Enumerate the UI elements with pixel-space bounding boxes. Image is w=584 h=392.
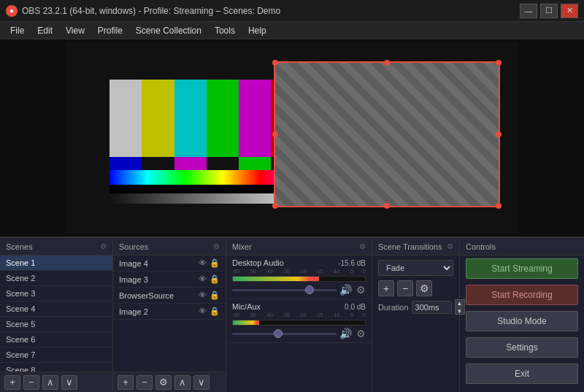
maximize-button[interactable]: ☐: [540, 4, 558, 18]
track-header: Desktop Audio -15.6 dB: [232, 258, 366, 267]
scene-item[interactable]: Scene 7: [0, 347, 112, 363]
transitions-panel-header: Scene Transitions ⚙: [372, 238, 459, 255]
resize-handle-tr[interactable]: [496, 60, 502, 66]
source-item[interactable]: Image 2 👁 🔒: [113, 304, 226, 320]
bot-bar-3: [174, 157, 207, 170]
bot-bar-2: [142, 157, 174, 170]
start-streaming-button[interactable]: Start Streaming: [466, 258, 578, 279]
resize-handle-br[interactable]: [496, 203, 502, 209]
bot-bar-4: [207, 157, 239, 170]
scenes-label: Scenes: [6, 242, 33, 251]
source-lock-icon[interactable]: 🔒: [210, 258, 220, 268]
menu-tools[interactable]: Tools: [209, 24, 241, 37]
source-icons: 👁 🔒: [199, 307, 220, 316]
studio-mode-button[interactable]: Studio Mode: [466, 311, 578, 331]
source-icons: 👁 🔒: [199, 291, 220, 300]
source-item[interactable]: Image 3 👁 🔒: [113, 272, 226, 288]
resize-handle-mr[interactable]: [496, 131, 502, 137]
minimize-button[interactable]: —: [520, 4, 537, 18]
resize-handle-bm[interactable]: [384, 203, 390, 209]
source-lock-icon[interactable]: 🔒: [210, 307, 220, 316]
fader-thumb[interactable]: [274, 329, 283, 338]
sources-remove-button[interactable]: −: [137, 375, 153, 390]
scenes-remove-button[interactable]: −: [23, 375, 39, 390]
fader[interactable]: [232, 333, 337, 335]
track-name: Mic/Aux: [232, 302, 261, 311]
bar-2: [142, 80, 174, 157]
transition-remove-button[interactable]: −: [397, 280, 413, 296]
fader-thumb[interactable]: [305, 285, 314, 294]
scene-item[interactable]: Scene 5: [0, 317, 112, 332]
sources-settings-button[interactable]: ⚙: [155, 375, 172, 390]
bar-3: [174, 80, 207, 157]
title-bar: ● OBS 23.2.1 (64-bit, windows) - Profile…: [0, 0, 584, 22]
scenes-panel-header: Scenes ⚙: [0, 238, 112, 255]
mixer-panel-header: Mixer ⚙: [226, 238, 372, 255]
source-item[interactable]: Image 4 👁 🔒: [113, 255, 226, 272]
source-eye-icon[interactable]: 👁: [199, 274, 207, 284]
scene-item[interactable]: Scene 6: [0, 332, 112, 347]
source-lock-icon[interactable]: 🔒: [210, 291, 220, 300]
source-eye-icon[interactable]: 👁: [199, 258, 207, 268]
scene-item[interactable]: Scene 3: [0, 286, 112, 301]
sources-panel-header: Sources ⚙: [113, 238, 226, 255]
mute-icon[interactable]: 🔊: [339, 284, 352, 296]
source-item[interactable]: BrowserSource 👁 🔒: [113, 288, 226, 304]
menu-help[interactable]: Help: [242, 24, 272, 37]
mixer-config-icon[interactable]: ⚙: [359, 242, 366, 250]
menu-profile[interactable]: Profile: [92, 24, 128, 37]
desktop-audio-track: Desktop Audio -15.6 dB -60-50-40-30-20-1…: [226, 255, 372, 299]
sources-add-button[interactable]: +: [118, 375, 134, 390]
source-eye-icon[interactable]: 👁: [199, 291, 207, 300]
window-controls[interactable]: — ☐ ✕: [520, 4, 578, 18]
meter-scale: -60-50-40-30-20-15-10-50: [232, 312, 366, 318]
settings-button[interactable]: Settings: [466, 337, 578, 358]
track-db: 0.0 dB: [345, 303, 366, 311]
scene-item[interactable]: Scene 2: [0, 271, 112, 286]
preview-canvas: [66, 43, 518, 233]
mixer-icons: 🔊 ⚙: [339, 284, 366, 296]
start-recording-button[interactable]: Start Recording: [466, 285, 578, 305]
scenes-add-button[interactable]: +: [4, 375, 20, 390]
transitions-config-icon[interactable]: ⚙: [447, 242, 453, 250]
mixer-icons: 🔊 ⚙: [339, 328, 366, 339]
scene-item[interactable]: Scene 8: [0, 363, 112, 372]
mixer-settings-icon[interactable]: ⚙: [356, 284, 366, 296]
resize-handle-ml[interactable]: [272, 131, 278, 137]
transition-add-button[interactable]: +: [378, 280, 394, 296]
transition-type-select[interactable]: Fade Cut Swipe Slide: [378, 260, 453, 276]
transition-settings-button[interactable]: ⚙: [416, 280, 432, 296]
source-label: Image 2: [119, 307, 148, 316]
controls-panel-header: Controls: [460, 238, 584, 255]
scenes-down-button[interactable]: ∨: [61, 375, 77, 390]
menu-edit[interactable]: Edit: [31, 24, 58, 37]
menu-view[interactable]: View: [60, 24, 91, 37]
resize-handle-tl[interactable]: [272, 60, 278, 66]
bar-4: [207, 80, 239, 157]
sources-down-button[interactable]: ∨: [193, 375, 210, 390]
scene-item[interactable]: Scene 1: [0, 255, 112, 271]
duration-label: Duration: [378, 303, 409, 312]
duration-input[interactable]: [412, 301, 452, 314]
mute-icon[interactable]: 🔊: [339, 328, 352, 339]
window-title: OBS 23.2.1 (64-bit, windows) - Profile: …: [22, 6, 280, 16]
menu-scene-collection[interactable]: Scene Collection: [130, 24, 207, 37]
close-button[interactable]: ✕: [561, 4, 578, 18]
exit-button[interactable]: Exit: [466, 364, 578, 384]
scenes-config-icon[interactable]: ⚙: [100, 242, 107, 250]
transition-buttons: + − ⚙: [372, 280, 459, 296]
selected-source-overlay[interactable]: [274, 61, 500, 207]
sources-up-button[interactable]: ∧: [174, 375, 191, 390]
resize-handle-tm[interactable]: [384, 60, 390, 66]
resize-handle-bl[interactable]: [272, 203, 278, 209]
mixer-settings-icon[interactable]: ⚙: [356, 328, 366, 339]
transitions-label: Scene Transitions: [378, 242, 442, 251]
fader[interactable]: [232, 289, 337, 291]
source-lock-icon[interactable]: 🔒: [210, 274, 220, 284]
scene-item[interactable]: Scene 4: [0, 301, 112, 317]
menu-file[interactable]: File: [4, 24, 30, 37]
sources-config-icon[interactable]: ⚙: [213, 242, 220, 250]
source-eye-icon[interactable]: 👁: [199, 307, 207, 316]
scenes-up-button[interactable]: ∧: [42, 375, 58, 390]
duration-row: Duration ▲ ▼: [372, 299, 459, 315]
